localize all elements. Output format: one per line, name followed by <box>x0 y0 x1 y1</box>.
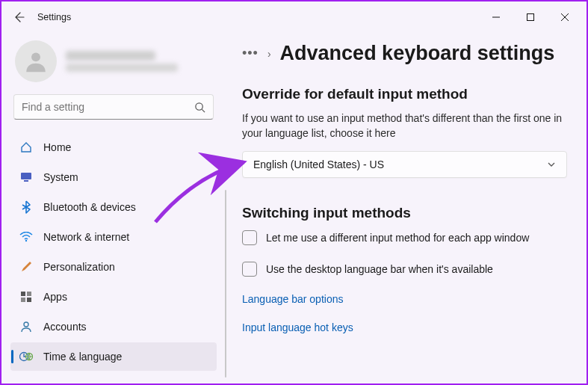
svg-rect-10 <box>21 298 25 302</box>
profile-block[interactable] <box>10 36 217 94</box>
accounts-icon <box>19 320 33 333</box>
sidebar-item-network[interactable]: Network & internet <box>10 223 217 251</box>
svg-point-3 <box>196 102 202 109</box>
desktop-langbar-checkbox[interactable] <box>242 262 257 277</box>
override-heading: Override for default input method <box>242 86 567 102</box>
per-app-checkbox[interactable] <box>242 230 257 245</box>
main-layout: Home System Bluetooth & devices Network … <box>1 33 587 384</box>
checkbox-row-langbar: Use the desktop language bar when it's a… <box>242 262 567 277</box>
sidebar-item-label: System <box>43 171 78 183</box>
language-bar-options-link[interactable]: Language bar options <box>242 293 567 305</box>
sidebar-item-accounts[interactable]: Accounts <box>10 312 217 341</box>
svg-rect-11 <box>27 298 31 302</box>
page-title: Advanced keyboard settings <box>280 42 555 65</box>
system-icon <box>19 170 33 184</box>
input-method-dropdown[interactable]: English (United States) - US <box>242 151 567 178</box>
sidebar-item-apps[interactable]: Apps <box>10 283 217 311</box>
svg-rect-6 <box>24 180 28 182</box>
sidebar-item-home[interactable]: Home <box>10 133 217 161</box>
titlebar: Settings <box>1 1 587 33</box>
sidebar: Home System Bluetooth & devices Network … <box>1 33 226 384</box>
sidebar-item-bluetooth[interactable]: Bluetooth & devices <box>10 193 217 221</box>
svg-point-2 <box>31 52 40 61</box>
sidebar-item-system[interactable]: System <box>10 163 217 191</box>
sidebar-item-label: Time & language <box>43 351 122 363</box>
dropdown-value: English (United States) - US <box>253 158 384 170</box>
person-icon <box>23 49 49 74</box>
close-button[interactable] <box>548 6 582 28</box>
input-hotkeys-link[interactable]: Input language hot keys <box>242 321 567 333</box>
search-input[interactable] <box>22 101 194 113</box>
time-language-icon <box>19 350 33 363</box>
brush-icon <box>19 260 33 274</box>
window-title: Settings <box>37 12 71 22</box>
sidebar-item-label: Accounts <box>43 321 87 333</box>
sidebar-item-label: Home <box>43 141 71 153</box>
maximize-button[interactable] <box>513 6 548 28</box>
svg-rect-5 <box>21 173 31 179</box>
sidebar-item-time-language[interactable]: Time & language <box>10 342 217 371</box>
search-box[interactable] <box>13 94 214 120</box>
chevron-right-icon: › <box>267 48 271 60</box>
checkbox-label: Use the desktop language bar when it's a… <box>266 263 493 275</box>
back-button[interactable] <box>6 4 31 30</box>
bluetooth-icon <box>19 200 33 214</box>
breadcrumb: ••• › Advanced keyboard settings <box>242 42 567 65</box>
switching-heading: Switching input methods <box>242 205 567 221</box>
sidebar-item-personalization[interactable]: Personalization <box>10 253 217 281</box>
content-pane: ••• › Advanced keyboard settings Overrid… <box>226 33 587 384</box>
nav-list: Home System Bluetooth & devices Network … <box>10 133 217 371</box>
avatar <box>15 40 57 82</box>
checkbox-label: Let me use a different input method for … <box>266 232 529 244</box>
profile-name-blurred <box>66 51 178 72</box>
apps-icon <box>19 290 33 304</box>
svg-line-4 <box>202 109 205 112</box>
svg-rect-9 <box>27 292 31 296</box>
breadcrumb-more-button[interactable]: ••• <box>242 46 259 61</box>
search-icon <box>194 102 205 113</box>
svg-point-12 <box>24 322 28 327</box>
wifi-icon <box>19 230 33 244</box>
sidebar-item-label: Apps <box>43 291 67 303</box>
sidebar-item-label: Personalization <box>43 261 115 273</box>
svg-rect-1 <box>527 14 534 21</box>
svg-rect-8 <box>21 292 25 296</box>
minimize-button[interactable] <box>479 6 513 28</box>
sidebar-item-label: Network & internet <box>43 231 129 243</box>
window-controls <box>479 6 582 28</box>
override-description: If you want to use an input method that'… <box>242 111 567 141</box>
chevron-down-icon <box>547 160 556 169</box>
back-arrow-icon <box>13 11 25 23</box>
svg-point-7 <box>25 240 27 241</box>
checkbox-row-per-app: Let me use a different input method for … <box>242 230 567 245</box>
sidebar-item-label: Bluetooth & devices <box>43 201 136 213</box>
home-icon <box>19 141 33 154</box>
